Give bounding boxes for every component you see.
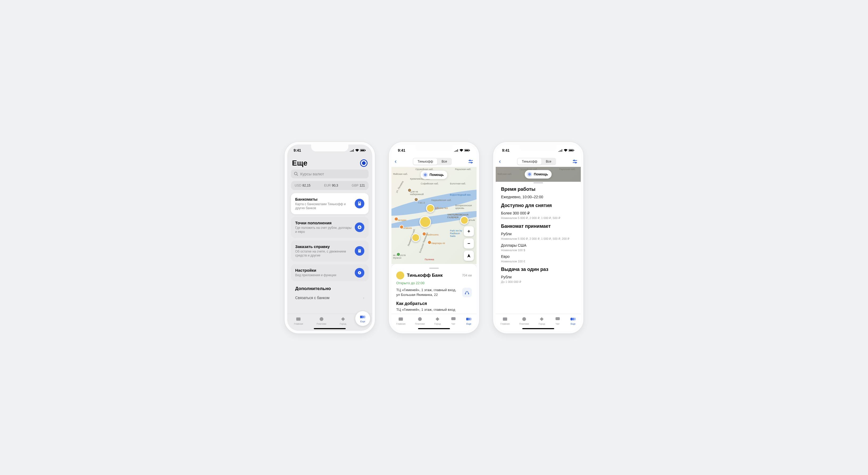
svg-point-42 <box>528 173 531 176</box>
tab-payments[interactable]: Платежи <box>415 316 425 325</box>
locate-button[interactable] <box>464 251 474 261</box>
svg-line-4 <box>297 175 298 176</box>
back-button[interactable]: ‹ <box>395 158 397 165</box>
segment-tinkoff[interactable]: Тинькофф <box>518 158 541 165</box>
city-icon <box>435 316 440 322</box>
directions-text: ТЦ «Гименей», 1 этаж, главный вход <box>396 307 472 311</box>
tab-home[interactable]: Главная <box>294 316 303 325</box>
segment-all[interactable]: Все <box>437 158 451 165</box>
map-poi[interactable] <box>407 188 412 192</box>
map-poi[interactable] <box>422 232 426 236</box>
home-indicator[interactable] <box>418 328 450 329</box>
atm-pin[interactable] <box>426 204 435 213</box>
map-label: Кадашёвская наб. <box>431 199 452 202</box>
phone-screen-atm-info: 9:41 ‹ Тинькофф Все Оружейная наб. р. Мо… <box>493 142 584 333</box>
filter-button[interactable] <box>468 159 473 164</box>
tab-more-bubble[interactable]: Еще <box>355 311 370 326</box>
tab-city[interactable]: Город <box>538 316 545 325</box>
map-poi[interactable] <box>414 198 418 202</box>
map-dimmed[interactable]: Оружейная наб. р. Москва Раушская наб. Ф… <box>496 167 581 182</box>
svg-rect-1 <box>361 150 364 151</box>
card-atms[interactable]: Банкоматы Карта с банкоматами Тинькофф и… <box>291 193 369 214</box>
notch <box>415 145 453 151</box>
notch <box>311 145 348 151</box>
help-chip[interactable]: Помощь <box>421 171 447 179</box>
svg-rect-6 <box>359 202 360 203</box>
status-time: 9:41 <box>502 148 509 152</box>
route-button[interactable] <box>462 288 472 297</box>
atm-detail-sheet[interactable]: Тинькофф Банк 704 км Открыто до 22:00 ТЦ… <box>392 264 476 314</box>
rate-label: EUR <box>324 184 331 187</box>
svg-point-47 <box>572 318 574 321</box>
tab-home[interactable]: Главная <box>396 316 405 325</box>
svg-point-12 <box>359 272 360 273</box>
home-indicator[interactable] <box>522 328 554 329</box>
map-label: Болотная наб. <box>450 182 466 185</box>
atm-pin[interactable] <box>411 233 420 242</box>
segment-control: Тинькофф Все <box>413 158 452 165</box>
atm-info-sheet[interactable]: Время работы Ежедневно, 10:00–22:00 Дост… <box>496 180 581 314</box>
tab-more[interactable]: Еще <box>570 316 576 325</box>
svg-point-3 <box>294 172 297 175</box>
accepts-denom: Номиналом 100 $ <box>501 248 576 252</box>
tab-chat[interactable]: Чат <box>555 316 561 325</box>
atm-pin-selected[interactable] <box>420 216 431 228</box>
zoom-in-button[interactable]: + <box>464 226 474 236</box>
map-poi[interactable] <box>427 240 432 244</box>
map-label: Раушская наб. <box>559 168 576 171</box>
tab-more[interactable]: Еще <box>466 316 472 325</box>
per-tx-currency: Рубли <box>501 275 576 279</box>
map-label: Park Inn by Radisson Sadu <box>450 229 466 237</box>
card-settings[interactable]: Настройки Вид приложения и функции <box>291 264 369 281</box>
currency-rates[interactable]: USD82,15 EUR90,3 GBP121 <box>291 181 369 190</box>
svg-rect-20 <box>465 150 469 151</box>
sheet-handle[interactable] <box>429 268 439 269</box>
tab-payments[interactable]: Платежи <box>519 316 529 325</box>
gear-icon <box>355 268 364 277</box>
card-certificate[interactable]: Заказать справку Об остатке на счете, с … <box>291 241 369 262</box>
svg-point-32 <box>466 318 468 321</box>
profile-avatar[interactable] <box>360 159 368 167</box>
status-icons <box>350 149 366 152</box>
tab-payments[interactable]: Платежи <box>316 316 326 325</box>
rate-value: 121 <box>360 184 365 187</box>
tab-city[interactable]: Город <box>434 316 441 325</box>
map-poi[interactable] <box>396 252 401 257</box>
link-contact-bank[interactable]: Связаться с банком › <box>291 293 369 302</box>
link-label: Связаться с банком <box>295 296 330 300</box>
card-title: Заказать справку <box>295 244 351 249</box>
card-topup[interactable]: Точки пополнения Где положить на счет ру… <box>291 217 369 238</box>
tab-home[interactable]: Главная <box>500 316 509 325</box>
filter-button[interactable] <box>572 159 578 164</box>
card-subtitle: Вид приложения и функции <box>295 273 351 277</box>
document-icon <box>355 246 364 256</box>
status-time: 9:41 <box>293 148 301 152</box>
svg-point-33 <box>468 318 470 321</box>
map-poi[interactable] <box>399 225 404 229</box>
map[interactable]: Оружейная наб. р. Москва Раушская наб. Ф… <box>392 167 476 264</box>
segment-all[interactable]: Все <box>541 158 556 165</box>
search-input[interactable]: Курсы валют <box>291 170 369 178</box>
sheet-handle[interactable] <box>533 182 543 183</box>
zoom-out-button[interactable]: − <box>464 238 474 248</box>
home-icon <box>502 316 508 322</box>
atm-pin[interactable] <box>460 216 469 225</box>
map-poi[interactable] <box>394 217 398 221</box>
back-button[interactable]: ‹ <box>499 158 501 165</box>
accepts-currency: Евро <box>501 255 576 259</box>
tab-city[interactable]: Город <box>340 316 346 325</box>
segment-tinkoff[interactable]: Тинькофф <box>413 158 437 165</box>
svg-point-39 <box>574 160 575 161</box>
home-indicator[interactable] <box>314 328 346 329</box>
directions-heading: Как добраться <box>396 301 472 306</box>
help-chip[interactable]: Помощь <box>525 170 552 179</box>
open-hours: Открыто до 22:00 <box>396 281 472 285</box>
svg-point-28 <box>468 293 469 294</box>
rate-value: 82,15 <box>302 184 310 187</box>
svg-rect-2 <box>365 150 366 151</box>
phone-screen-map: 9:41 ‹ Тинькофф Все Оружейная наб. р. Мо… <box>389 142 479 333</box>
tab-chat[interactable]: Чат <box>451 316 456 325</box>
svg-rect-36 <box>569 150 573 151</box>
section-title: Дополнительно <box>291 284 369 293</box>
per-tx-limit: До 1 000 000 ₽ <box>501 280 576 284</box>
